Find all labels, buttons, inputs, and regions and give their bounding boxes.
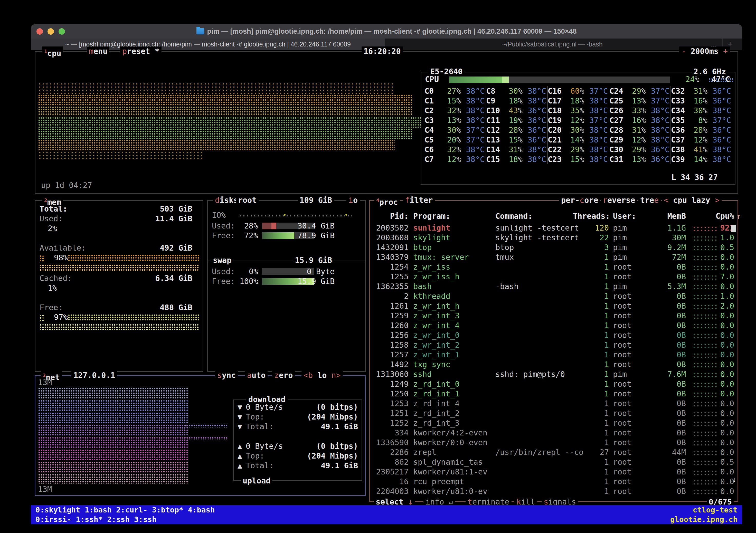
- net-zero-toggle[interactable]: zero: [272, 370, 295, 380]
- cpu-total-temp: 47°C: [712, 74, 730, 84]
- process-row[interactable]: 1261z_wr_int_h1root0B2.0: [373, 301, 731, 311]
- process-row[interactable]: 1258z_wr_int_21root0B0.0: [373, 340, 731, 350]
- core-cell: C632%38°C: [424, 145, 486, 154]
- core-cell: C2633%38°C: [609, 106, 671, 116]
- process-row[interactable]: 1252z_rd_int_31root0B0.0: [373, 418, 731, 428]
- process-row[interactable]: 2kthreadd1root0B1.0: [373, 291, 731, 301]
- core-cell: C1660%37°C: [548, 86, 609, 96]
- tmux-hostname: glootie.ipng.ch: [670, 515, 738, 524]
- disk-root-free-row: Free: 72% 78.9 GiB: [212, 231, 365, 241]
- core-cell: C3914%38°C: [671, 154, 733, 164]
- core-cell: C115%38°C: [424, 96, 486, 106]
- core-cell: C2114%38°C: [548, 135, 609, 145]
- process-row[interactable]: 1260z_wr_int_41root0B0.0: [373, 321, 731, 331]
- process-row[interactable]: 2003608skylightskylight -testcert22pim30…: [373, 233, 731, 243]
- process-row[interactable]: 1254z_wr_iss1root0B0.0: [373, 262, 731, 272]
- preset-button[interactable]: preset *: [120, 46, 162, 56]
- mem-avail-meter: 98%: [40, 253, 199, 263]
- upload-title: upload: [241, 476, 272, 486]
- core-cell: C313%38°C: [424, 116, 486, 125]
- process-row[interactable]: 1253z_rd_int_41root0B0.0: [373, 399, 731, 409]
- net-interface-switch[interactable]: <b lo n>: [302, 370, 343, 380]
- core-cell: C3712%36°C: [671, 135, 733, 145]
- process-row[interactable]: 1256z_wr_int_01root0B0.0: [373, 331, 731, 340]
- uptime: up 1d 04:27: [41, 180, 92, 190]
- process-row[interactable]: 1362355bash-bash1pim5.3M0.0: [373, 282, 731, 291]
- net-auto-toggle[interactable]: auto: [245, 370, 268, 380]
- core-cell: C1835%38°C: [548, 106, 609, 116]
- process-row[interactable]: 2204003kworker/u81:0-ev1root0B0.0: [373, 487, 731, 496]
- disk-root-size: 109 GiB: [298, 195, 334, 205]
- download-arrow-icon: ▼: [237, 412, 242, 421]
- process-row[interactable]: 1255z_wr_iss_h1root0B7.0: [373, 272, 731, 282]
- close-button[interactable]: [37, 28, 43, 35]
- tmux-session-name: ctlog-test: [670, 505, 738, 515]
- net-stats-box: download upload ▼0 Byte/s(0 bitps) ▼Top:…: [233, 399, 362, 481]
- proc-reverse-toggle[interactable]: reverse: [601, 195, 637, 205]
- mem-free-label: Free:: [40, 303, 63, 312]
- process-row[interactable]: 1492txg_sync1root0B0.0: [373, 360, 731, 369]
- tab-inactive[interactable]: ~/Public/sabbatical.ipng.nl — -bash: [386, 39, 719, 50]
- proc-filter-button[interactable]: filter: [403, 195, 435, 205]
- process-row[interactable]: 1250z_rd_int_11root0B0.0: [373, 389, 731, 399]
- window-titlebar: pim — [mosh] pim@glootie.ipng.ch: /home/…: [31, 24, 742, 39]
- mem-used-pct: 2%: [48, 224, 57, 233]
- menu-button[interactable]: menu: [87, 46, 109, 56]
- proc-percore-toggle[interactable]: per-core: [559, 195, 600, 205]
- core-cell: C1315%36°C: [486, 135, 548, 145]
- core-cell: C2912%38°C: [609, 135, 671, 145]
- disk-root-name: root: [236, 195, 258, 205]
- mem-box-title: 2mem: [42, 195, 63, 205]
- proc-sort-switch[interactable]: < cpu lazy >: [662, 195, 721, 205]
- core-cell: C3841%38°C: [671, 145, 733, 154]
- interval-plus-button[interactable]: +: [723, 47, 728, 56]
- process-row[interactable]: 1336590kworker/0:0-even1root0B0.0: [373, 438, 731, 447]
- mem-total-value: 503 GiB: [160, 204, 192, 214]
- proc-box-title: 4proc: [374, 195, 400, 205]
- cpu-total-pct: 24%: [675, 74, 699, 84]
- folder-icon: [197, 28, 204, 35]
- net-scale-top: 13M: [38, 378, 52, 387]
- process-row[interactable]: 1313060sshdsshd: pim@pts/01pim7.6M0.0: [373, 369, 731, 379]
- upload-arrow-icon: ▲: [237, 451, 242, 460]
- mem-cached-pct: 1%: [48, 283, 57, 293]
- mem-cached-value: 6.34 GiB: [155, 274, 193, 283]
- net-sync-toggle[interactable]: sync: [215, 370, 238, 380]
- core-cell: C3628%36°C: [671, 125, 733, 135]
- core-cell: C232%38°C: [424, 106, 486, 116]
- process-row[interactable]: 2286zrepl/usr/bin/zrepl --co27root44M0.0: [373, 447, 731, 457]
- core-cell: C2716%38°C: [609, 116, 671, 125]
- tab-active[interactable]: ~ — [mosh] pim@glootie.ipng.ch: /home/pi…: [31, 39, 385, 50]
- disk-swap-size: 15.9 GiB: [293, 255, 334, 265]
- minimize-button[interactable]: [47, 28, 54, 35]
- scroll-down-icon[interactable]: ↓: [732, 475, 737, 484]
- proc-tree-toggle[interactable]: tree: [638, 195, 661, 205]
- disk-io-row: IO%: [212, 210, 226, 220]
- scrollbar-thumb[interactable]: [731, 225, 736, 232]
- disks-io-toggle[interactable]: io: [346, 195, 360, 205]
- process-row[interactable]: 16rcu_preempt1root0B0.0: [373, 477, 731, 487]
- sort-direction-icon[interactable]: ↑: [736, 211, 741, 221]
- core-cell: C1228%36°C: [486, 125, 548, 135]
- process-row[interactable]: 2003502sunlightsunlight -testcert120pim1…: [373, 223, 731, 233]
- zoom-button[interactable]: [59, 28, 65, 35]
- process-row[interactable]: 1340379tmux: servertmux1pim72M0.0: [373, 253, 731, 262]
- download-arrow-icon: ▼: [237, 422, 242, 431]
- process-row[interactable]: 1257z_wr_int_11root0B0.0: [373, 350, 731, 360]
- core-cell: C1912%37°C: [548, 116, 609, 125]
- process-row[interactable]: 1259z_wr_int_31root0B0.0: [373, 311, 731, 321]
- process-row[interactable]: 1249z_rd_int_01root0B0.0: [373, 379, 731, 389]
- process-row[interactable]: 1432091btopbtop3pim9.2M0.5: [373, 243, 731, 253]
- interval-minus-button[interactable]: -: [681, 47, 686, 56]
- core-cell: C2429%37°C: [609, 86, 671, 96]
- process-row[interactable]: 862spl_dynamic_tas1root0B0.5: [373, 457, 731, 467]
- core-cell: C1518%38°C: [486, 154, 548, 164]
- process-row[interactable]: 2305217kworker/u81:1-ev1root0B0.0: [373, 467, 731, 477]
- core-cell: C430%37°C: [424, 125, 486, 135]
- mem-total-label: Total:: [40, 204, 67, 213]
- cpu-total-meter: [449, 76, 670, 83]
- process-row[interactable]: 334kworker/4:2-even1root0B0.0: [373, 428, 731, 438]
- update-interval: - 2000ms +: [679, 46, 730, 56]
- process-row[interactable]: 1251z_rd_int_21root0B0.0: [373, 409, 731, 418]
- load-average: L 34 36 27: [671, 173, 718, 182]
